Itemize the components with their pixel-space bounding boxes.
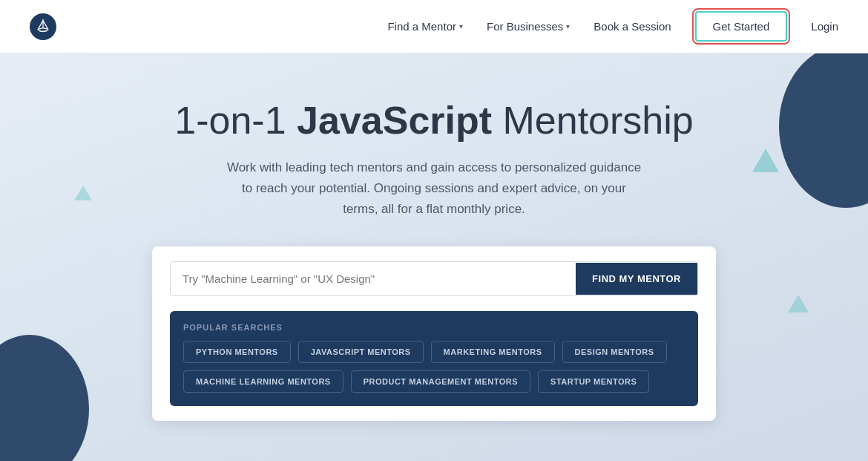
nav-links: Find a Mentor ▾ For Businesses ▾ Book a … [387, 11, 838, 42]
nav-find-mentor[interactable]: Find a Mentor ▾ [387, 20, 463, 33]
logo[interactable] [30, 13, 56, 40]
hero-title: 1-on-1 JavaScript Mentorship [174, 98, 694, 143]
sailboat-icon [36, 19, 50, 34]
navbar: Find a Mentor ▾ For Businesses ▾ Book a … [0, 0, 868, 53]
chevron-down-icon: ▾ [566, 22, 570, 30]
search-input[interactable] [171, 262, 576, 295]
popular-tag-button[interactable]: STARTUP MENTORS [538, 370, 649, 393]
popular-tag-button[interactable]: DESIGN MENTORS [562, 341, 667, 363]
page-wrapper: Find a Mentor ▾ For Businesses ▾ Book a … [0, 0, 868, 461]
popular-searches-label: POPULAR SEARCHES [183, 323, 685, 332]
popular-tag-button[interactable]: PRODUCT MANAGEMENT MENTORS [351, 370, 530, 393]
popular-tag-button[interactable]: JAVASCRIPT MENTORS [298, 341, 424, 363]
hero-section: 1-on-1 JavaScript Mentorship Work with l… [0, 53, 868, 421]
popular-searches-section: POPULAR SEARCHES PYTHON MENTORSJAVASCRIP… [170, 311, 698, 406]
popular-tag-button[interactable]: MACHINE LEARNING MENTORS [183, 370, 343, 393]
search-container: FIND MY MENTOR POPULAR SEARCHES PYTHON M… [152, 246, 716, 421]
logo-icon [30, 13, 56, 40]
hero-subtitle: Work with leading tech mentors and gain … [226, 157, 642, 220]
popular-tag-button[interactable]: MARKETING MENTORS [431, 341, 555, 363]
nav-book-session[interactable]: Book a Session [594, 20, 671, 33]
find-mentor-button[interactable]: FIND MY MENTOR [576, 263, 697, 295]
get-started-button[interactable]: Get Started [695, 11, 788, 42]
search-row: FIND MY MENTOR [170, 261, 698, 296]
chevron-down-icon: ▾ [459, 22, 463, 30]
nav-login[interactable]: Login [811, 20, 838, 33]
nav-for-businesses[interactable]: For Businesses ▾ [487, 20, 570, 33]
tags-row: PYTHON MENTORSJAVASCRIPT MENTORSMARKETIN… [183, 341, 685, 393]
popular-tag-button[interactable]: PYTHON MENTORS [183, 341, 291, 363]
